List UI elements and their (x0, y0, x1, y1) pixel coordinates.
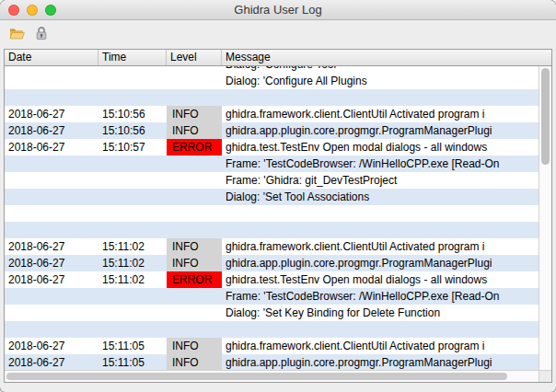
cell-date (5, 73, 98, 89)
cell-date (5, 156, 98, 172)
table-row[interactable] (5, 321, 539, 338)
scroll-lock-button[interactable] (31, 24, 52, 44)
table-row[interactable]: 2018-06-27 15:10:56 INFO ghidra.app.plug… (5, 122, 539, 139)
cell-level (167, 205, 222, 222)
cell-message (222, 205, 539, 222)
cell-message: Frame: 'TestCodeBrowser: /WinHelloCPP.ex… (222, 288, 539, 305)
cell-message: ghidra.test.TestEnv Open modal dialogs -… (222, 271, 539, 288)
cell-time (98, 321, 167, 338)
level-badge (167, 156, 222, 172)
cell-time: 15:11:05 (98, 354, 167, 370)
level-badge: INFO (167, 122, 222, 139)
h-scrollbar-thumb[interactable] (6, 373, 507, 380)
table-row[interactable]: 2018-06-27 15:10:57 ERROR ghidra.test.Te… (5, 139, 539, 156)
cell-level (167, 305, 222, 321)
cell-level: INFO (167, 238, 222, 255)
cell-time (98, 172, 167, 189)
cell-date (5, 305, 98, 321)
level-badge (167, 222, 222, 238)
table-row[interactable]: Frame: 'TestCodeBrowser: /WinHelloCPP.ex… (5, 156, 539, 172)
toolbar (0, 20, 556, 48)
cell-level (167, 89, 222, 106)
open-log-button[interactable] (6, 24, 27, 44)
cell-level: INFO (167, 122, 222, 139)
cell-time: 15:11:02 (98, 271, 167, 288)
cell-message (222, 222, 539, 238)
vertical-scrollbar[interactable] (539, 66, 551, 370)
cell-time (98, 222, 167, 238)
cell-message: Frame: 'Ghidra: git_DevTestProject (222, 172, 539, 189)
cell-time (98, 66, 167, 73)
level-badge: INFO (167, 106, 222, 122)
level-badge: ERROR (167, 139, 222, 156)
cell-date: 2018-06-27 (5, 106, 98, 122)
level-badge: INFO (167, 338, 222, 354)
header-cell-message[interactable]: Message (222, 50, 551, 65)
level-badge (167, 73, 222, 89)
log-table-body: Dialog: 'Configure Tool Dialog: 'Configu… (5, 66, 539, 370)
cell-time: 15:10:57 (98, 139, 167, 156)
level-badge (167, 89, 222, 106)
horizontal-scrollbar[interactable] (5, 371, 539, 382)
cell-time: 15:10:56 (98, 106, 167, 122)
cell-message (222, 89, 539, 106)
cell-message: ghidra.app.plugin.core.progmgr.ProgramMa… (222, 122, 539, 139)
cell-time (98, 305, 167, 321)
level-badge (167, 305, 222, 321)
cell-date (5, 222, 98, 238)
cell-date (5, 189, 98, 205)
open-folder-icon (9, 27, 25, 42)
cell-level: INFO (167, 255, 222, 271)
cell-date: 2018-06-27 (5, 354, 98, 370)
cell-message: Dialog: 'Configure Tool (222, 66, 539, 73)
v-scrollbar-thumb[interactable] (541, 68, 550, 165)
cell-date: 2018-06-27 (5, 238, 98, 255)
cell-date: 2018-06-27 (5, 271, 98, 288)
cell-time (98, 89, 167, 106)
cell-level (167, 172, 222, 189)
table-row[interactable]: Frame: 'Ghidra: git_DevTestProject (5, 172, 539, 189)
cell-level (167, 66, 222, 73)
header-cell-level[interactable]: Level (167, 50, 222, 65)
minimize-button[interactable] (27, 5, 38, 16)
table-row[interactable] (5, 205, 539, 222)
cell-time: 15:11:02 (98, 238, 167, 255)
table-row[interactable]: Dialog: 'Set Tool Associations (5, 189, 539, 205)
table-row[interactable]: 2018-06-27 15:11:05 INFO ghidra.app.plug… (5, 354, 539, 370)
close-button[interactable] (8, 5, 19, 16)
table-row[interactable]: 2018-06-27 15:10:56 INFO ghidra.framewor… (5, 106, 539, 122)
scrollbar-corner (539, 371, 551, 382)
titlebar[interactable]: Ghidra User Log (0, 0, 556, 20)
zoom-button[interactable] (45, 5, 56, 16)
cell-level (167, 288, 222, 305)
cell-message: ghidra.framework.client.ClientUtil Activ… (222, 238, 539, 255)
cell-level (167, 321, 222, 338)
header-cell-time[interactable]: Time (98, 50, 167, 65)
table-row[interactable] (5, 222, 539, 238)
table-row[interactable]: 2018-06-27 15:11:05 INFO ghidra.framewor… (5, 338, 539, 354)
table-row[interactable]: 2018-06-27 15:11:02 INFO ghidra.app.plug… (5, 255, 539, 271)
cell-time (98, 73, 167, 89)
table-row[interactable] (5, 89, 539, 106)
table-row[interactable]: 2018-06-27 15:11:02 ERROR ghidra.test.Te… (5, 271, 539, 288)
ghidra-user-log-window: Ghidra User Log (0, 0, 556, 392)
table-row[interactable]: 2018-06-27 15:11:02 INFO ghidra.framewor… (5, 238, 539, 255)
lock-icon (35, 26, 48, 43)
cell-time: 15:10:56 (98, 122, 167, 139)
cell-date (5, 66, 98, 73)
level-badge: INFO (167, 238, 222, 255)
table-header: Date Time Level Message (5, 50, 551, 66)
cell-message: ghidra.framework.client.ClientUtil Activ… (222, 106, 539, 122)
table-row-partial[interactable]: Dialog: 'Configure Tool (5, 66, 539, 73)
cell-date (5, 288, 98, 305)
table-row[interactable]: Dialog: 'Set Key Binding for Delete Func… (5, 305, 539, 321)
cell-message: ghidra.test.TestEnv Open modal dialogs -… (222, 139, 539, 156)
cell-time (98, 189, 167, 205)
cell-date: 2018-06-27 (5, 255, 98, 271)
level-badge (167, 205, 222, 222)
table-row[interactable]: Frame: 'TestCodeBrowser: /WinHelloCPP.ex… (5, 288, 539, 305)
cell-level (167, 73, 222, 89)
table-row[interactable]: Dialog: 'Configure All Plugins (5, 73, 539, 89)
header-cell-date[interactable]: Date (5, 50, 98, 65)
cell-level: INFO (167, 106, 222, 122)
